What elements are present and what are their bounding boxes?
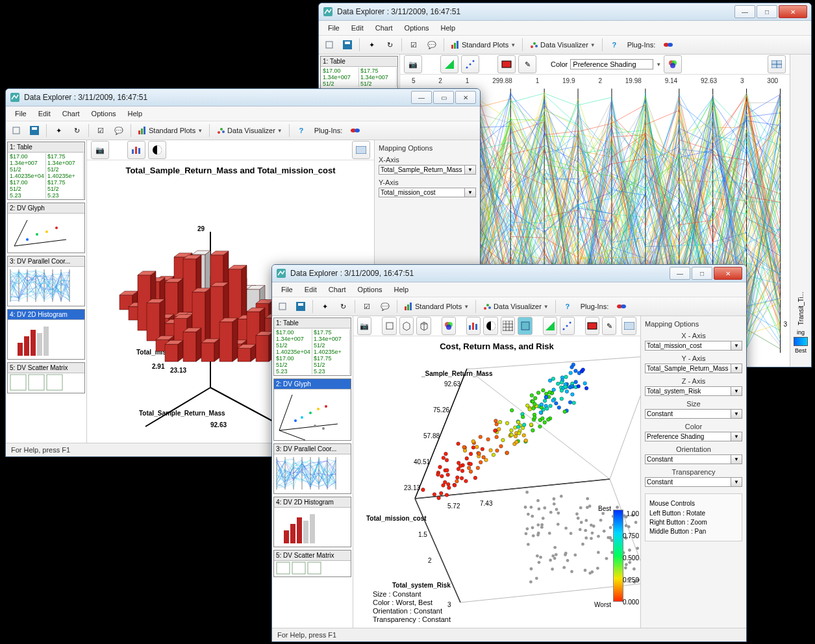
- transparency-select[interactable]: [645, 477, 731, 487]
- orientation-select[interactable]: [645, 454, 731, 464]
- menu-edit[interactable]: Edit: [33, 108, 56, 119]
- wand-icon[interactable]: ✦: [317, 299, 332, 314]
- new-icon[interactable]: [275, 299, 290, 314]
- standard-plots-button[interactable]: Standard Plots▼: [135, 126, 205, 135]
- color-select[interactable]: [570, 59, 653, 69]
- chevron-down-icon[interactable]: ▼: [465, 165, 476, 175]
- titlebar[interactable]: Data Explorer : 3/11/2009, 16:47:51 — □ …: [319, 3, 811, 21]
- xaxis-select[interactable]: [379, 165, 465, 175]
- thumb-histogram[interactable]: 4: DV 2D Histogram: [273, 497, 351, 547]
- barchart-icon[interactable]: [466, 317, 481, 335]
- chat-icon[interactable]: 💬: [111, 123, 127, 138]
- thumb-table[interactable]: 1: Table $17.00$17.75 1.34e+0071.34e+007…: [7, 142, 85, 200]
- standard-plots-button[interactable]: Standard Plots▼: [401, 302, 471, 311]
- titlebar[interactable]: Data Explorer : 3/11/2009, 16:47:51 — ▭ …: [6, 89, 480, 106]
- thumb-scatter-matrix[interactable]: 5: DV Scatter Matrix: [7, 362, 85, 393]
- maximize-button[interactable]: □: [692, 267, 712, 280]
- new-icon[interactable]: [321, 37, 337, 53]
- dots-icon[interactable]: [560, 317, 574, 335]
- chevron-down-icon[interactable]: ▼: [656, 62, 661, 68]
- maximize-button[interactable]: □: [757, 5, 777, 18]
- grid-btn-icon[interactable]: [352, 141, 370, 159]
- save-icon[interactable]: [27, 123, 42, 138]
- menu-file[interactable]: File: [323, 23, 345, 33]
- minimize-button[interactable]: —: [734, 5, 755, 18]
- xaxis-select[interactable]: [645, 341, 731, 351]
- pencil-icon[interactable]: ✎: [518, 55, 536, 73]
- check-icon[interactable]: ☑: [93, 123, 108, 138]
- thumb-parallel[interactable]: 3: DV Parallel Coor...: [7, 256, 85, 306]
- thumb-histogram[interactable]: 4: DV 2D Histogram: [7, 309, 85, 360]
- camera-icon[interactable]: 📷: [357, 317, 371, 335]
- minimize-button[interactable]: —: [670, 267, 690, 280]
- cube1-icon[interactable]: [382, 317, 396, 335]
- grid-btn-icon[interactable]: [768, 55, 786, 73]
- zaxis-select[interactable]: [645, 386, 731, 396]
- chat-icon[interactable]: 💬: [377, 299, 393, 314]
- green-tri-icon[interactable]: [543, 317, 557, 335]
- close-button[interactable]: ✕: [455, 91, 476, 104]
- green-tri-icon[interactable]: [440, 55, 458, 73]
- rgb-icon[interactable]: [442, 317, 456, 335]
- thumb-parallel[interactable]: 3: DV Parallel Coor...: [273, 443, 351, 494]
- thumb-scatter-matrix[interactable]: 5: DV Scatter Matrix: [273, 550, 351, 577]
- contrast-icon[interactable]: [483, 317, 497, 335]
- menu-file[interactable]: File: [276, 284, 298, 295]
- cube2-icon[interactable]: [399, 317, 414, 335]
- cube-fill-icon[interactable]: [518, 317, 532, 335]
- rgb-icon[interactable]: [664, 55, 682, 73]
- menu-edit[interactable]: Edit: [346, 23, 369, 33]
- refresh-icon[interactable]: ↻: [382, 37, 397, 53]
- camera-icon[interactable]: 📷: [91, 141, 109, 159]
- plugin-icon[interactable]: [660, 37, 676, 53]
- menu-chart[interactable]: Chart: [370, 23, 398, 33]
- grid-icon[interactable]: [501, 317, 515, 335]
- titlebar[interactable]: Data Explorer : 3/11/2009, 16:47:51 — □ …: [272, 265, 746, 282]
- color-select[interactable]: [645, 432, 731, 441]
- data-visualizer-button[interactable]: Data Visualizer▼: [527, 40, 598, 49]
- yaxis-select[interactable]: [645, 364, 731, 373]
- refresh-icon[interactable]: ↻: [69, 123, 84, 138]
- wand-icon[interactable]: ✦: [51, 123, 66, 138]
- thumb-glyph[interactable]: 2: DV Glyph: [7, 203, 85, 253]
- check-icon[interactable]: ☑: [359, 299, 375, 314]
- save-icon[interactable]: [293, 299, 308, 314]
- standard-plots-button[interactable]: Standard Plots▼: [448, 40, 518, 49]
- plugin-icon[interactable]: [614, 299, 629, 314]
- menu-options[interactable]: Options: [353, 284, 388, 295]
- red-rect-icon[interactable]: [585, 317, 599, 335]
- data-visualizer-button[interactable]: Data Visualizer▼: [214, 126, 285, 135]
- help-icon[interactable]: ?: [294, 123, 309, 138]
- thumb-table[interactable]: 1: Table $17.00$17.75 1.34e+0071.34e+007…: [273, 317, 351, 376]
- menu-edit[interactable]: Edit: [299, 284, 322, 295]
- help-icon[interactable]: ?: [560, 299, 575, 314]
- chevron-down-icon[interactable]: ▼: [465, 188, 476, 197]
- camera-icon[interactable]: 📷: [404, 55, 422, 73]
- menu-options[interactable]: Options: [399, 23, 434, 33]
- menu-help[interactable]: Help: [123, 108, 148, 119]
- close-button[interactable]: ✕: [779, 5, 807, 18]
- barchart-icon[interactable]: [127, 141, 145, 159]
- new-icon[interactable]: [8, 123, 24, 138]
- refresh-icon[interactable]: ↻: [335, 299, 351, 314]
- menu-chart[interactable]: Chart: [57, 108, 85, 119]
- contrast-icon[interactable]: [148, 141, 166, 159]
- minimize-button[interactable]: —: [411, 91, 432, 104]
- pencil-icon[interactable]: ✎: [602, 317, 616, 335]
- menu-chart[interactable]: Chart: [323, 284, 351, 295]
- maximize-button[interactable]: ▭: [433, 91, 454, 104]
- menu-help[interactable]: Help: [436, 23, 461, 33]
- menu-help[interactable]: Help: [389, 284, 414, 295]
- close-button[interactable]: ✕: [714, 267, 742, 280]
- red-rect-icon[interactable]: [497, 55, 516, 73]
- help-icon[interactable]: ?: [607, 37, 622, 53]
- check-icon[interactable]: ☑: [406, 37, 421, 53]
- thumb-glyph[interactable]: 2: DV Glyph: [273, 378, 351, 441]
- chat-icon[interactable]: 💬: [424, 37, 440, 53]
- plugin-icon[interactable]: [347, 123, 363, 138]
- grid-btn-icon[interactable]: [621, 317, 636, 335]
- menu-options[interactable]: Options: [86, 108, 121, 119]
- save-icon[interactable]: [340, 37, 355, 53]
- glyph-chart[interactable]: Cost, Return Mass, and Risk _Sample_Retu…: [353, 336, 640, 628]
- yaxis-select[interactable]: [379, 188, 465, 197]
